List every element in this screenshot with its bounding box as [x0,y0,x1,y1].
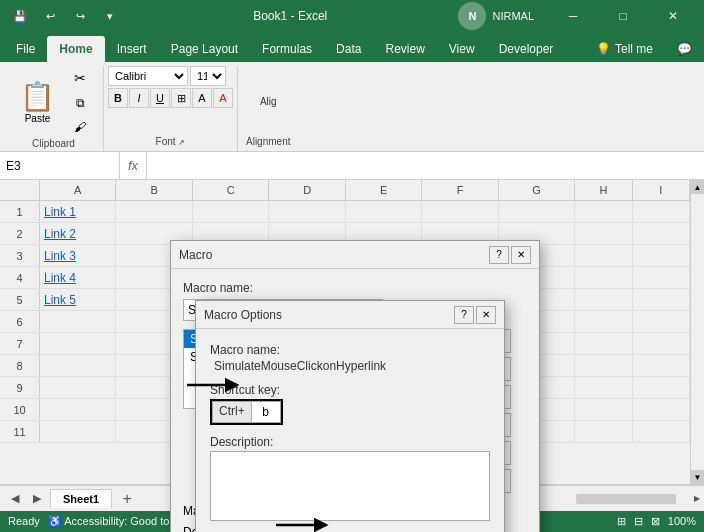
font-name-select[interactable]: Calibri [108,66,188,86]
link-cell-a4[interactable]: Link 4 [44,271,76,285]
col-header-i[interactable]: I [633,180,690,200]
col-header-c[interactable]: C [193,180,269,200]
scroll-down-button[interactable]: ▼ [691,470,704,484]
view-page-icon[interactable]: ⊠ [651,515,660,528]
cell-a9[interactable] [40,377,116,399]
h-scroll-track[interactable] [576,494,676,504]
cell-a1[interactable]: Link 1 [40,201,116,223]
cell-h8[interactable] [575,355,632,377]
link-cell-a5[interactable]: Link 5 [44,293,76,307]
cell-b1[interactable] [116,201,192,223]
view-layout-icon[interactable]: ⊟ [634,515,643,528]
fill-color-button[interactable]: A [192,88,212,108]
scroll-right-sheets-button[interactable]: ▶ [26,488,48,510]
tab-comments[interactable]: 💬 [665,36,704,62]
macro-dialog-close-button[interactable]: ✕ [511,246,531,264]
redo-qat-button[interactable]: ↪ [68,4,92,28]
scroll-track[interactable] [691,194,704,470]
cell-i5[interactable] [633,289,690,311]
shortcut-input[interactable] [251,401,281,423]
minimize-button[interactable]: ─ [550,0,596,32]
vertical-scrollbar[interactable]: ▲ ▼ [690,180,704,484]
tab-review[interactable]: Review [373,36,436,62]
copy-button[interactable]: ⧉ [65,92,95,114]
cell-a7[interactable] [40,333,116,355]
cut-button[interactable]: ✂ [65,66,95,90]
cell-h3[interactable] [575,245,632,267]
name-box[interactable] [0,152,120,179]
col-header-h[interactable]: H [575,180,632,200]
tab-page-layout[interactable]: Page Layout [159,36,250,62]
link-cell-a3[interactable]: Link 3 [44,249,76,263]
cell-a10[interactable] [40,399,116,421]
italic-button[interactable]: I [129,88,149,108]
cell-c1[interactable] [193,201,269,223]
cell-h5[interactable] [575,289,632,311]
bold-button[interactable]: B [108,88,128,108]
cell-i2[interactable] [633,223,690,245]
cell-h2[interactable] [575,223,632,245]
tab-data[interactable]: Data [324,36,373,62]
scroll-right-button[interactable]: ▶ [690,494,704,503]
cell-g1[interactable] [499,201,575,223]
underline-button[interactable]: U [150,88,170,108]
cell-i6[interactable] [633,311,690,333]
tab-home[interactable]: Home [47,36,104,62]
tab-insert[interactable]: Insert [105,36,159,62]
cell-a8[interactable] [40,355,116,377]
format-painter-button[interactable]: 🖌 [65,116,95,138]
customize-qat-button[interactable]: ▾ [98,4,122,28]
macro-dialog-help-button[interactable]: ? [489,246,509,264]
cell-d1[interactable] [269,201,345,223]
scroll-up-button[interactable]: ▲ [691,180,704,194]
cell-i11[interactable] [633,421,690,443]
col-header-d[interactable]: D [269,180,345,200]
tab-formulas[interactable]: Formulas [250,36,324,62]
font-size-select[interactable]: 11 [190,66,226,86]
font-color-button[interactable]: A [213,88,233,108]
link-cell-a2[interactable]: Link 2 [44,227,76,241]
close-button[interactable]: ✕ [650,0,696,32]
link-cell-a1[interactable]: Link 1 [44,205,76,219]
font-expand-icon[interactable]: ↗ [178,138,185,147]
save-qat-button[interactable]: 💾 [8,4,32,28]
cell-h6[interactable] [575,311,632,333]
cell-h9[interactable] [575,377,632,399]
cell-i3[interactable] [633,245,690,267]
view-normal-icon[interactable]: ⊞ [617,515,626,528]
paste-button[interactable]: 📋 Paste [12,70,63,134]
cell-i8[interactable] [633,355,690,377]
cell-a2[interactable]: Link 2 [40,223,116,245]
sheet-tab-sheet1[interactable]: Sheet1 [50,489,112,508]
col-header-f[interactable]: F [422,180,498,200]
cell-h11[interactable] [575,421,632,443]
cell-f1[interactable] [422,201,498,223]
cell-i9[interactable] [633,377,690,399]
cell-a4[interactable]: Link 4 [40,267,116,289]
cell-i4[interactable] [633,267,690,289]
border-button[interactable]: ⊞ [171,88,191,108]
cell-h4[interactable] [575,267,632,289]
tab-file[interactable]: File [4,36,47,62]
formula-input[interactable] [147,159,704,173]
col-header-b[interactable]: B [116,180,192,200]
cell-h7[interactable] [575,333,632,355]
col-header-e[interactable]: E [346,180,422,200]
cell-a5[interactable]: Link 5 [40,289,116,311]
user-avatar[interactable]: N [458,2,486,30]
description-textarea[interactable] [210,451,490,521]
scroll-left-sheets-button[interactable]: ◀ [4,488,26,510]
add-sheet-button[interactable]: + [116,488,138,510]
restore-button[interactable]: □ [600,0,646,32]
macro-options-close-button[interactable]: ✕ [476,306,496,324]
tab-developer[interactable]: Developer [487,36,566,62]
cell-a11[interactable] [40,421,116,443]
cell-a6[interactable] [40,311,116,333]
cell-e1[interactable] [346,201,422,223]
col-header-a[interactable]: A [40,180,116,200]
cell-a3[interactable]: Link 3 [40,245,116,267]
undo-qat-button[interactable]: ↩ [38,4,62,28]
cell-i7[interactable] [633,333,690,355]
cell-i1[interactable] [633,201,690,223]
tab-view[interactable]: View [437,36,487,62]
